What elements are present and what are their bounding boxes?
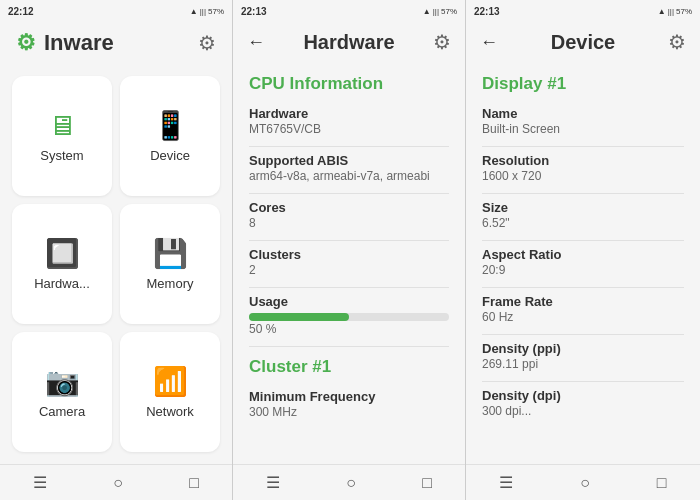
time-3: 22:13 (474, 6, 500, 17)
name-row-label: Name (482, 106, 684, 121)
memory-icon: 💾 (153, 237, 188, 270)
dpi-row-label: Density (dpi) (482, 388, 684, 403)
name-row-value: Built-in Screen (482, 122, 684, 136)
back-nav-icon[interactable]: ☰ (33, 473, 47, 492)
back-nav-icon-2[interactable]: ☰ (266, 473, 280, 492)
time-1: 22:12 (8, 6, 34, 17)
divider-5 (249, 346, 449, 347)
grid-item-system[interactable]: 🖥 System (12, 76, 112, 196)
size-row-label: Size (482, 200, 684, 215)
hardware-label: Hardwa... (34, 276, 90, 291)
app-title-container: ⚙ Inware (16, 30, 114, 56)
resolution-row: Resolution 1600 x 720 (482, 153, 684, 183)
back-button-2[interactable]: ← (247, 32, 265, 53)
cores-row: Cores 8 (249, 200, 449, 230)
framerate-row-label: Frame Rate (482, 294, 684, 309)
dpi-row: Density (dpi) 300 dpi... (482, 388, 684, 418)
aspect-row-label: Aspect Ratio (482, 247, 684, 262)
wifi-icon: ▲ (190, 7, 198, 16)
hardware-content: CPU Information Hardware MT6765V/CB Supp… (233, 62, 465, 464)
battery-3: 57% (676, 7, 692, 16)
usage-progress-container (249, 313, 449, 321)
settings-icon[interactable]: ⚙ (198, 31, 216, 55)
framerate-row-value: 60 Hz (482, 310, 684, 324)
wifi-icon-3: ▲ (658, 7, 666, 16)
grid-item-network[interactable]: 📶 Network (120, 332, 220, 452)
hardware-icon: 🔲 (45, 237, 80, 270)
resolution-row-label: Resolution (482, 153, 684, 168)
usage-row-value: 50 % (249, 322, 449, 336)
ppi-row: Density (ppi) 269.11 ppi (482, 341, 684, 371)
bottom-nav-3: ☰ ○ □ (466, 464, 700, 500)
panel-hardware: 22:13 ▲ ||| 57% ← Hardware ⚙ CPU Informa… (233, 0, 466, 500)
recent-nav-icon[interactable]: □ (189, 474, 199, 492)
status-icons-2: ▲ ||| 57% (423, 7, 457, 16)
device-nav-title: Device (551, 31, 616, 54)
usage-progress-fill (249, 313, 349, 321)
home-nav-icon-2[interactable]: ○ (346, 474, 356, 492)
recent-nav-icon-2[interactable]: □ (422, 474, 432, 492)
system-icon: 🖥 (48, 109, 76, 142)
settings-icon-2[interactable]: ⚙ (433, 30, 451, 54)
network-icon: 📶 (153, 365, 188, 398)
signal-icon-3: ||| (668, 7, 674, 16)
min-freq-value: 300 MHz (249, 405, 449, 419)
cpu-section-title: CPU Information (249, 74, 449, 94)
d-divider-1 (482, 146, 684, 147)
settings-icon-3[interactable]: ⚙ (668, 30, 686, 54)
aspect-row: Aspect Ratio 20:9 (482, 247, 684, 277)
divider-4 (249, 287, 449, 288)
app-title-text: Inware (44, 30, 114, 56)
usage-row: Usage 50 % (249, 294, 449, 336)
home-nav-icon-3[interactable]: ○ (580, 474, 590, 492)
display-section-title: Display #1 (482, 74, 684, 94)
hardware-row-label: Hardware (249, 106, 449, 121)
device-label: Device (150, 148, 190, 163)
camera-label: Camera (39, 404, 85, 419)
nav-header-3: ← Device ⚙ (466, 22, 700, 62)
cores-row-value: 8 (249, 216, 449, 230)
grid-item-camera[interactable]: 📷 Camera (12, 332, 112, 452)
d-divider-2 (482, 193, 684, 194)
clusters-row-value: 2 (249, 263, 449, 277)
divider-3 (249, 240, 449, 241)
wifi-icon-2: ▲ (423, 7, 431, 16)
cluster-section-title: Cluster #1 (249, 357, 449, 377)
main-grid: 🖥 System 📱 Device 🔲 Hardwa... 💾 Memory 📷… (0, 64, 232, 464)
status-bar-2: 22:13 ▲ ||| 57% (233, 0, 465, 22)
logo-icon: ⚙ (16, 30, 36, 56)
recent-nav-icon-3[interactable]: □ (657, 474, 667, 492)
name-row: Name Built-in Screen (482, 106, 684, 136)
grid-item-hardware[interactable]: 🔲 Hardwa... (12, 204, 112, 324)
d-divider-4 (482, 287, 684, 288)
d-divider-5 (482, 334, 684, 335)
panel-device: 22:13 ▲ ||| 57% ← Device ⚙ Display #1 Na… (466, 0, 700, 500)
size-row: Size 6.52" (482, 200, 684, 230)
size-row-value: 6.52" (482, 216, 684, 230)
status-bar-1: 22:12 ▲ ||| 57% (0, 0, 232, 22)
grid-item-device[interactable]: 📱 Device (120, 76, 220, 196)
hardware-row: Hardware MT6765V/CB (249, 106, 449, 136)
signal-icon-2: ||| (433, 7, 439, 16)
system-label: System (40, 148, 83, 163)
cores-row-label: Cores (249, 200, 449, 215)
signal-icon: ||| (200, 7, 206, 16)
abis-row: Supported ABIS arm64-v8a, armeabi-v7a, a… (249, 153, 449, 183)
status-icons-3: ▲ ||| 57% (658, 7, 692, 16)
ppi-row-value: 269.11 ppi (482, 357, 684, 371)
grid-item-memory[interactable]: 💾 Memory (120, 204, 220, 324)
camera-icon: 📷 (45, 365, 80, 398)
framerate-row: Frame Rate 60 Hz (482, 294, 684, 324)
status-icons-1: ▲ ||| 57% (190, 7, 224, 16)
abis-row-label: Supported ABIS (249, 153, 449, 168)
clusters-row-label: Clusters (249, 247, 449, 262)
abis-row-value: arm64-v8a, armeabi-v7a, armeabi (249, 169, 449, 183)
device-content: Display #1 Name Built-in Screen Resoluti… (466, 62, 700, 464)
back-nav-icon-3[interactable]: ☰ (499, 473, 513, 492)
battery-1: 57% (208, 7, 224, 16)
resolution-row-value: 1600 x 720 (482, 169, 684, 183)
device-icon: 📱 (153, 109, 188, 142)
back-button-3[interactable]: ← (480, 32, 498, 53)
home-nav-icon[interactable]: ○ (113, 474, 123, 492)
min-freq-row: Minimum Frequency 300 MHz (249, 389, 449, 419)
